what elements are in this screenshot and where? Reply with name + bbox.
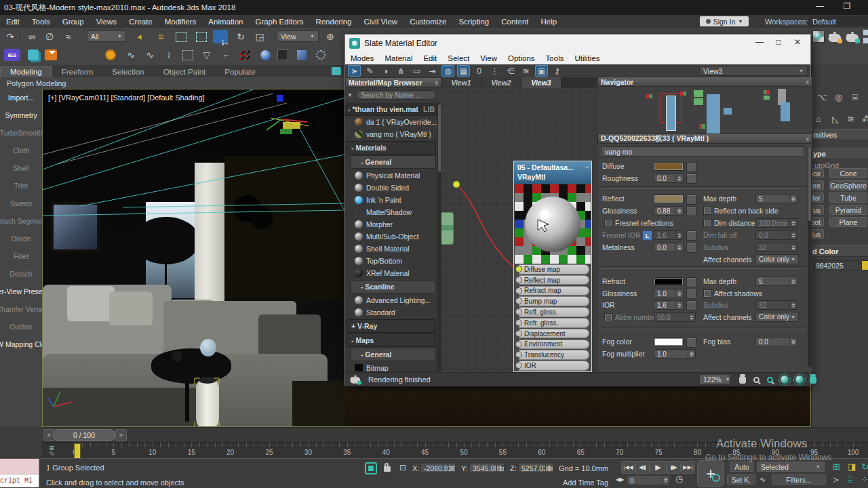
child-nodes-icon[interactable]: ⋔ — [395, 65, 408, 77]
fog-multiplier-spinner[interactable]: 1.0 — [654, 349, 696, 359]
sidebar-item-symmetry[interactable]: Symmetry — [0, 106, 42, 124]
refract-glossiness-map-button[interactable] — [686, 289, 696, 299]
menu-group[interactable]: Group — [56, 18, 90, 26]
y-coord-field[interactable]: 3545.001mm — [469, 463, 505, 473]
material-name-field[interactable]: vang mo — [601, 146, 804, 157]
fog-color-swatch[interactable] — [654, 338, 684, 346]
scale-icon[interactable] — [252, 30, 267, 43]
browser-header[interactable]: Material/Map Browser x — [345, 77, 441, 87]
primitive-pyramid[interactable]: Pyramid — [829, 205, 867, 215]
primitive-textplus[interactable]: TextPlus — [811, 229, 824, 239]
slot-refl-gloss[interactable]: Refl. gloss. — [519, 307, 589, 317]
zoom-selected-icon[interactable] — [794, 374, 805, 385]
ribbon-tab-object-paint[interactable]: Object Paint — [154, 66, 216, 77]
diffuse-map-button[interactable] — [686, 162, 696, 172]
slot-socket[interactable] — [515, 330, 522, 337]
fresnel-ior-map-button[interactable] — [686, 230, 696, 241]
slot-socket[interactable] — [515, 362, 522, 369]
menu-content[interactable]: Content — [495, 18, 534, 26]
max-depth-spinner[interactable]: 5 — [755, 194, 797, 203]
tree-lib-thuan-thu-vien-mat[interactable]: - *thuan thu vien.matLIB — [345, 103, 437, 116]
slot-refract-map[interactable]: Refract map — [519, 286, 589, 296]
z-coord-field[interactable]: 5257.038mm — [518, 463, 553, 473]
tree-item-bitmap[interactable]: Bitmap — [345, 362, 437, 371]
menu-edit[interactable]: Edit — [0, 18, 26, 26]
add-time-tag[interactable]: Add Time Tag — [563, 479, 608, 487]
maximize-viewport-icon[interactable]: ⁘ — [861, 475, 868, 485]
curve-icon[interactable] — [123, 48, 138, 62]
tree-item-da-1-vrayoverride[interactable]: da 1 ( VRayOverride... — [345, 116, 437, 128]
crossing-region-icon[interactable] — [194, 30, 209, 43]
sidebar-item-etach-segmen[interactable]: etach Segmen — [0, 212, 42, 230]
affect-shadows-checkbox[interactable] — [703, 289, 711, 298]
tree-item-shell-material[interactable]: Shell Material — [345, 243, 437, 255]
time-config-icon[interactable]: ◷ — [675, 474, 683, 484]
sidebar-item-outline[interactable]: Outline — [0, 318, 42, 336]
current-frame-field[interactable]: 0 — [627, 475, 670, 485]
move-icon[interactable] — [213, 30, 228, 43]
dim-falloff-spinner[interactable]: 0.0 — [755, 230, 797, 240]
blue-sphere-icon[interactable] — [258, 48, 273, 62]
hide-unused-icon[interactable]: ◍ — [441, 65, 454, 77]
menu-scripting[interactable]: Scripting — [452, 18, 495, 26]
bind-icon[interactable] — [61, 30, 76, 43]
primitive-torus[interactable]: Torus — [811, 205, 824, 215]
tree-subgroup-general[interactable]: - General — [351, 348, 436, 361]
slot-socket[interactable] — [515, 308, 522, 315]
fresnel-ior-lock-button[interactable]: L — [642, 230, 652, 241]
tree-item-vang-mo-vraymtl[interactable]: vang mo ( VRayMtl ) — [345, 128, 437, 140]
glossiness-spinner[interactable]: 0.88 — [654, 206, 684, 216]
slate-menu-modes[interactable]: Modes — [345, 54, 380, 62]
region-icon[interactable] — [180, 48, 195, 62]
slate-menu-view[interactable]: View — [475, 54, 502, 62]
filters-button[interactable]: Filters... — [772, 474, 826, 485]
spray-icon[interactable]: ⌐ — [218, 48, 233, 62]
zoom-icon[interactable] — [751, 374, 762, 385]
primitive-sphere[interactable]: Sphere — [811, 180, 824, 190]
coord-system-dropdown[interactable]: View▼ — [277, 30, 319, 42]
material-preview[interactable] — [515, 184, 591, 264]
systems-category-icon[interactable]: ⁂ — [862, 114, 868, 124]
menu-create[interactable]: Create — [123, 18, 159, 26]
lights-category-icon[interactable]: ◺ — [832, 114, 839, 124]
ior-spinner[interactable]: 1.6 — [654, 300, 684, 310]
ribbon-tab-selection[interactable]: Selection — [102, 66, 153, 77]
blue-cube-icon[interactable] — [294, 48, 309, 62]
menu-rendering[interactable]: Rendering — [309, 18, 357, 26]
slot-translucency[interactable]: Translucency — [519, 350, 589, 360]
view-tab-view1[interactable]: View1 — [441, 77, 481, 88]
menu-animation[interactable]: Animation — [202, 18, 249, 26]
play-icon[interactable]: ▶ — [650, 461, 667, 474]
slate-menu-utilities[interactable]: Utilities — [569, 54, 605, 62]
select-object-icon[interactable] — [133, 30, 148, 43]
rect-region-icon[interactable] — [174, 30, 189, 43]
slate-menu-material[interactable]: Material — [380, 54, 418, 62]
slot-socket[interactable] — [515, 319, 522, 326]
slot-socket[interactable] — [515, 277, 522, 283]
slot-socket[interactable] — [515, 351, 522, 358]
menu-modifiers[interactable]: Modifiers — [159, 18, 203, 26]
render-preset-icon[interactable] — [860, 30, 868, 43]
node-view[interactable]: View1View2View3 05 - Defaultasa... VRayM… — [441, 77, 596, 372]
sample-icon[interactable]: ◑ — [379, 65, 392, 77]
go-to-start-icon[interactable]: |◀◀ — [621, 461, 635, 474]
abbe-spinner[interactable]: 50.0 — [654, 312, 696, 322]
reflect-map-button[interactable] — [686, 195, 696, 205]
zoom-extents-icon[interactable]: ◨ — [848, 462, 856, 472]
slot-socket[interactable] — [515, 298, 522, 304]
view-tab-view2[interactable]: View2 — [481, 77, 521, 88]
orbit-icon[interactable]: ↻ — [861, 462, 868, 472]
zoom-all-icon[interactable]: ⌸ — [848, 475, 852, 485]
sidebar-item-fillet[interactable]: Fillet — [0, 247, 42, 265]
next-key-icon[interactable]: ▮▶ — [667, 461, 681, 474]
ribbon-tab-modeling[interactable]: Modeling — [0, 66, 52, 77]
fresnel-checkbox[interactable] — [604, 219, 612, 227]
primitive-tube[interactable]: Tube — [829, 192, 867, 203]
cameras-category-icon[interactable]: ⌂ — [816, 114, 821, 124]
diffuse-swatch[interactable] — [654, 162, 684, 171]
delete-icon[interactable]: ▭ — [410, 65, 423, 77]
tree-item-ink-n-paint[interactable]: Ink 'n Paint — [345, 194, 437, 206]
zoom-extents-icon[interactable] — [779, 374, 790, 385]
selection-lock-icon[interactable] — [384, 466, 391, 472]
set-key-big-button[interactable]: + — [697, 460, 724, 487]
